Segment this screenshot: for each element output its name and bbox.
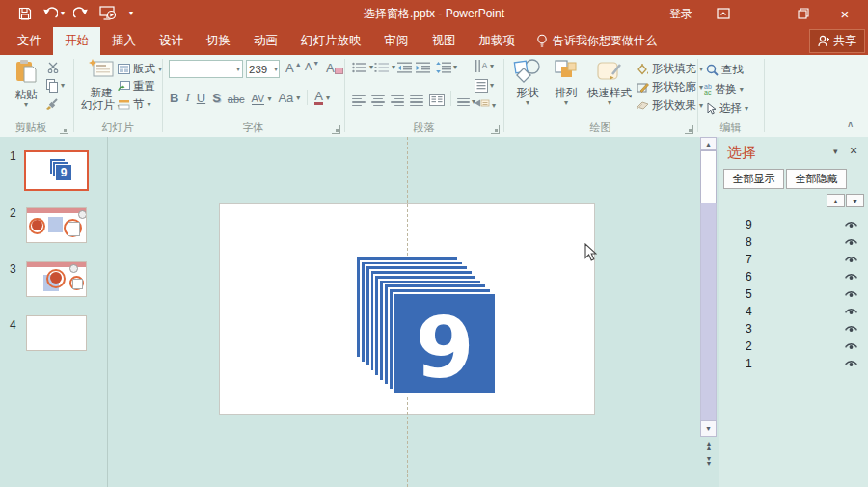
visibility-eye-icon[interactable] — [844, 256, 858, 264]
select-button[interactable]: 选择 ▾ — [706, 101, 748, 116]
align-center-button[interactable] — [371, 95, 385, 106]
find-button[interactable]: 查找 — [706, 63, 744, 77]
visibility-eye-icon[interactable] — [844, 290, 858, 299]
selection-item[interactable]: 6 — [719, 269, 868, 285]
sign-in-button[interactable]: 登录 — [664, 0, 698, 27]
text-shadow-button[interactable]: S — [212, 91, 221, 105]
shrink-font-button[interactable]: A▼ — [305, 61, 319, 72]
close-button[interactable]: × — [831, 0, 858, 27]
tab-file[interactable]: 文件 — [6, 27, 53, 55]
italic-button[interactable]: I — [185, 90, 189, 105]
tab-review[interactable]: 审阅 — [373, 27, 420, 55]
blue-square-shape-front[interactable]: 9 — [393, 292, 497, 395]
visibility-eye-icon[interactable] — [844, 221, 858, 230]
tab-view[interactable]: 视图 — [420, 27, 468, 55]
convert-smartart-button[interactable]: ▾ — [475, 99, 496, 112]
selection-item[interactable]: 7 — [719, 252, 868, 268]
text-columns-button[interactable]: ▾ — [457, 98, 475, 107]
align-left-button[interactable] — [352, 95, 366, 106]
drawing-dialog-launcher[interactable] — [685, 125, 693, 134]
previous-slide-button[interactable]: ▲▲ — [702, 440, 716, 452]
reset-button[interactable]: 重置 — [118, 79, 155, 94]
tab-insert[interactable]: 插入 — [100, 27, 148, 55]
new-slide-button[interactable]: 新建 幻灯片 ▾ — [81, 59, 122, 112]
shape-fill-button[interactable]: 形状填充 ▾ — [637, 62, 703, 76]
minimize-button[interactable]: ─ — [750, 0, 775, 27]
visibility-eye-icon[interactable] — [844, 342, 858, 351]
selection-item[interactable]: 4 — [719, 304, 868, 320]
tab-addins[interactable]: 加载项 — [468, 27, 528, 55]
font-size-input[interactable] — [247, 64, 274, 75]
slide-thumbnail-3[interactable] — [26, 261, 87, 297]
cut-button[interactable] — [47, 62, 60, 73]
slide-thumbnail-4[interactable] — [26, 315, 87, 351]
tab-animations[interactable]: 动画 — [242, 27, 289, 55]
selection-item[interactable]: 5 — [719, 286, 868, 303]
ribbon-display-options-icon[interactable] — [712, 0, 735, 27]
format-painter-button[interactable] — [45, 97, 59, 110]
paste-button[interactable]: 粘贴 ▾ — [8, 59, 44, 109]
layout-button[interactable]: 版式 ▾ — [118, 62, 162, 76]
restore-button[interactable] — [791, 0, 816, 27]
increase-indent-button[interactable] — [416, 62, 430, 73]
bullets-button[interactable]: ▾ — [352, 62, 373, 73]
visibility-eye-icon[interactable] — [844, 308, 858, 316]
font-dialog-launcher[interactable] — [332, 125, 340, 134]
visibility-eye-icon[interactable] — [844, 360, 858, 368]
selection-item[interactable]: 3 — [719, 321, 868, 338]
font-size-combo[interactable]: ▾ — [246, 60, 280, 78]
pane-close-icon[interactable]: × — [850, 143, 857, 158]
font-color-button[interactable]: A▾ — [314, 91, 330, 105]
numbering-button[interactable]: ▾ — [374, 62, 395, 73]
clipboard-dialog-launcher[interactable] — [60, 125, 68, 134]
tab-slideshow[interactable]: 幻灯片放映 — [289, 27, 373, 55]
shape-outline-button[interactable]: 形状轮廓 ▾ — [637, 80, 703, 95]
scroll-down-button[interactable]: ▼ — [700, 420, 717, 437]
visibility-eye-icon[interactable] — [844, 325, 858, 334]
copy-button[interactable]: ▾ — [46, 79, 65, 92]
selection-item[interactable]: 1 — [719, 356, 868, 372]
text-direction-button[interactable]: A ▾ — [475, 60, 494, 72]
tab-home[interactable]: 开始 — [53, 27, 100, 55]
align-text-button[interactable]: ▾ — [475, 79, 494, 93]
visibility-eye-icon[interactable] — [844, 273, 858, 282]
replace-button[interactable]: ab ac 替换 ▾ — [704, 82, 744, 96]
justify-button[interactable] — [410, 95, 423, 106]
quick-styles-button[interactable]: 快速样式 ▾ — [586, 59, 633, 107]
collapse-ribbon-button[interactable]: ∧ — [847, 119, 854, 129]
tab-design[interactable]: 设计 — [148, 27, 195, 55]
share-button[interactable]: 共享 — [809, 29, 865, 53]
slide-thumbnail-2[interactable] — [26, 207, 87, 243]
change-case-button[interactable]: Aa▾ — [278, 91, 300, 105]
underline-button[interactable]: U — [197, 91, 205, 105]
tell-me-box[interactable]: 告诉我你想要做什么 — [536, 27, 657, 55]
bring-forward-button[interactable]: ▲ — [827, 194, 845, 207]
show-all-button[interactable]: 全部显示 — [723, 169, 784, 189]
line-spacing-button[interactable]: ▾ — [436, 62, 457, 73]
font-name-combo[interactable]: ▾ — [169, 60, 243, 78]
scroll-up-button[interactable]: ▲ — [700, 137, 717, 150]
send-backward-button[interactable]: ▼ — [846, 194, 864, 207]
font-name-input[interactable] — [170, 64, 236, 75]
pane-menu-icon[interactable]: ▾ — [833, 147, 838, 156]
decrease-indent-button[interactable] — [397, 62, 412, 73]
visibility-eye-icon[interactable] — [844, 238, 858, 247]
next-slide-button[interactable]: ▼▼ — [702, 455, 716, 468]
selection-item[interactable]: 8 — [719, 234, 868, 251]
shapes-button[interactable]: 形状 ▾ — [509, 59, 546, 107]
slide-thumbnail-1[interactable]: 9 — [24, 150, 89, 191]
clear-formatting-button[interactable]: A — [326, 61, 343, 75]
selection-item[interactable]: 9 — [719, 217, 868, 233]
bold-button[interactable]: B — [170, 91, 178, 105]
arrange-button[interactable]: 排列 ▾ — [548, 59, 584, 107]
selection-item[interactable]: 2 — [719, 338, 868, 355]
scrollbar-thumb[interactable] — [700, 150, 717, 203]
paragraph-dialog-launcher[interactable] — [491, 125, 500, 134]
columns-button[interactable] — [429, 94, 445, 106]
section-button[interactable]: 节 ▾ — [118, 97, 151, 112]
align-right-button[interactable] — [391, 95, 404, 106]
hide-all-button[interactable]: 全部隐藏 — [786, 169, 847, 189]
character-spacing-button[interactable]: AV▾ — [252, 93, 272, 105]
grow-font-button[interactable]: A▲ — [285, 61, 302, 75]
shape-effects-button[interactable]: 形状效果 ▾ — [637, 98, 703, 113]
